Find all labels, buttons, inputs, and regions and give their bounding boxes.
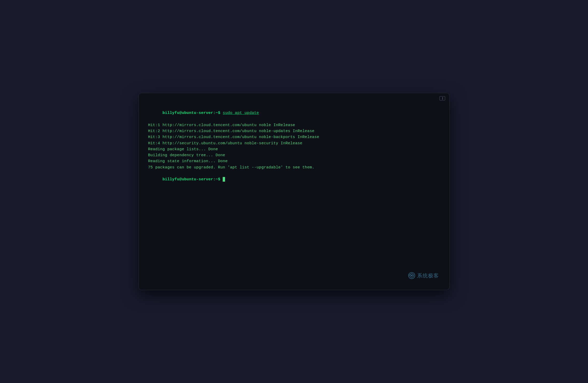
svg-point-2 xyxy=(411,275,412,276)
terminal-titlebar xyxy=(439,96,445,100)
output-line-6: Building dependency tree... Done xyxy=(148,152,440,158)
prompt-1: billyfu@ubuntu-server:~$ xyxy=(163,111,223,115)
ready-prompt-line[interactable]: billyfu@ubuntu-server:~$ xyxy=(148,170,440,189)
split-view-icon xyxy=(439,96,445,100)
watermark: 系统极客 xyxy=(408,272,439,279)
terminal-window: billyfu@ubuntu-server:~$ sudo apt update… xyxy=(138,93,450,290)
output-line-1: Hit:1 http://mirrors.cloud.tencent.com/u… xyxy=(148,122,440,128)
prompt-ready: billyfu@ubuntu-server:~$ xyxy=(163,177,223,182)
output-line-3: Hit:3 http://mirrors.cloud.tencent.com/u… xyxy=(148,134,440,140)
cursor xyxy=(223,177,225,182)
output-line-7: Reading state information... Done xyxy=(148,158,440,164)
terminal-content[interactable]: billyfu@ubuntu-server:~$ sudo apt update… xyxy=(148,104,440,189)
output-line-5: Reading package lists... Done xyxy=(148,146,440,152)
output-line-8: 75 packages can be upgraded. Run 'apt li… xyxy=(148,165,440,170)
output-line-4: Hit:4 http://security.ubuntu.com/ubuntu … xyxy=(148,140,440,146)
watermark-logo-icon xyxy=(408,272,416,279)
output-line-2: Hit:2 http://mirrors.cloud.tencent.com/u… xyxy=(148,128,440,134)
command-line: billyfu@ubuntu-server:~$ sudo apt update xyxy=(148,104,440,122)
watermark-text: 系统极客 xyxy=(417,272,439,279)
command-text: sudo apt update xyxy=(223,111,259,115)
